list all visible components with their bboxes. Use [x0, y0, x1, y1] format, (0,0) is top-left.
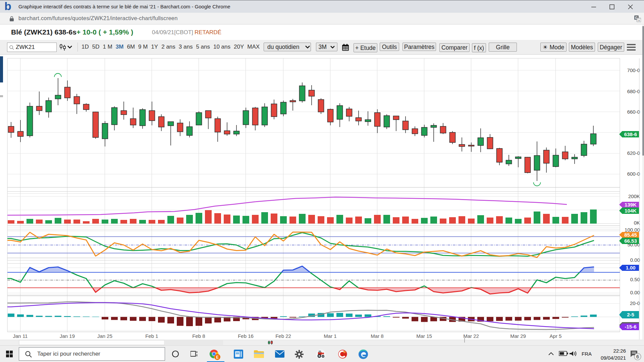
- svg-text:66.53: 66.53: [624, 238, 637, 244]
- svg-text:Mar 8: Mar 8: [371, 333, 383, 339]
- svg-text:Mar 22: Mar 22: [463, 333, 479, 339]
- svg-text:0K: 0K: [634, 220, 640, 226]
- svg-text:Mar 29: Mar 29: [510, 333, 526, 339]
- svg-text:620-0: 620-0: [627, 150, 640, 156]
- svg-text:Mar 15: Mar 15: [416, 333, 432, 339]
- svg-text:Jan 19: Jan 19: [60, 333, 75, 339]
- svg-text:Apr 5: Apr 5: [550, 333, 562, 339]
- svg-text:600-0: 600-0: [627, 171, 640, 177]
- svg-text:700-0: 700-0: [627, 67, 640, 73]
- svg-text:85.45: 85.45: [624, 232, 637, 238]
- svg-text:-15-6: -15-6: [625, 324, 636, 329]
- svg-text:660-0: 660-0: [627, 109, 640, 115]
- svg-text:0.00: 0.00: [630, 290, 640, 295]
- svg-text:Feb 8: Feb 8: [192, 333, 205, 339]
- svg-text:0.00: 0.00: [630, 257, 640, 263]
- svg-text:E: E: [216, 355, 219, 360]
- svg-text:Feb 16: Feb 16: [238, 333, 254, 339]
- svg-text:200K: 200K: [628, 193, 640, 199]
- svg-text:Mar 1: Mar 1: [324, 333, 336, 339]
- svg-text:20-0: 20-0: [630, 300, 640, 306]
- svg-text:680-0: 680-0: [627, 88, 640, 94]
- svg-text:Feb 1: Feb 1: [145, 333, 158, 339]
- svg-text:139K: 139K: [625, 202, 637, 207]
- svg-text:0.50: 0.50: [630, 277, 640, 282]
- svg-text:6: 6: [636, 354, 639, 359]
- svg-text:x: x: [638, 18, 640, 22]
- svg-text:Jan 25: Jan 25: [97, 333, 112, 339]
- svg-text:1.00: 1.00: [626, 265, 635, 270]
- svg-text:Jan 11: Jan 11: [13, 333, 28, 339]
- svg-text:2-5: 2-5: [627, 312, 634, 317]
- svg-text:Feb 22: Feb 22: [275, 333, 291, 339]
- svg-text:104K: 104K: [625, 208, 637, 214]
- svg-text:638-6: 638-6: [624, 131, 637, 137]
